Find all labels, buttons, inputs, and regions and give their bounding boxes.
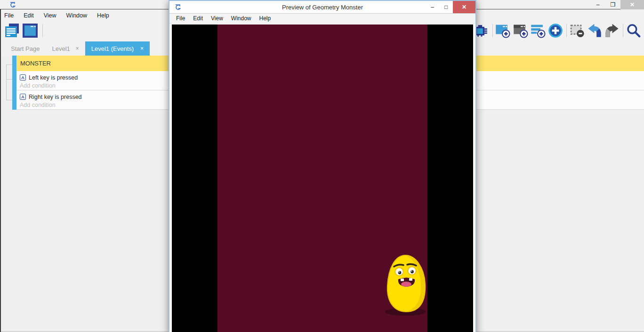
- scene-editor-icon[interactable]: [23, 23, 38, 38]
- preview-menubar: File Edit View Window Help: [169, 13, 475, 24]
- add-subevent-icon[interactable]: [513, 23, 528, 38]
- undo-icon[interactable]: [587, 23, 602, 38]
- minimize-button[interactable]: –: [426, 1, 439, 13]
- tree-line: [6, 65, 7, 100]
- preview-window-controls: – □ ✕: [426, 1, 475, 13]
- main-window-controls: – ❐ ✕: [590, 0, 644, 9]
- toolbar-separator: [566, 24, 567, 37]
- event-color-bar: [12, 56, 16, 71]
- gdevelop-logo-icon: [175, 4, 181, 10]
- add-comment-icon[interactable]: [531, 23, 546, 38]
- redo-icon[interactable]: [604, 23, 620, 38]
- preview-titlebar[interactable]: Preview of Geometry Monster – □ ✕: [169, 1, 475, 13]
- remove-frame-icon[interactable]: [570, 23, 585, 38]
- tab-label: Level1: [52, 45, 70, 52]
- toolbar-separator: [42, 24, 43, 37]
- keyboard-key-icon: A: [20, 74, 26, 81]
- add-circle-icon[interactable]: [548, 23, 563, 38]
- menu-help[interactable]: Help: [97, 12, 109, 19]
- tab-label: Start Page: [11, 45, 40, 52]
- toolbar-separator: [492, 24, 493, 37]
- menu-view[interactable]: View: [211, 15, 223, 22]
- game-canvas[interactable]: [172, 24, 473, 332]
- keyboard-key-icon: A: [20, 94, 26, 100]
- condition-text: Right key is pressed: [29, 94, 82, 100]
- window-left-border: [0, 9, 1, 332]
- menu-file[interactable]: File: [176, 15, 185, 22]
- tab-label: Level1 (Events): [91, 45, 134, 52]
- preview-window: Preview of Geometry Monster – □ ✕ File E…: [169, 0, 476, 332]
- menu-edit[interactable]: Edit: [24, 12, 34, 19]
- menu-edit[interactable]: Edit: [193, 15, 203, 22]
- minimize-button[interactable]: –: [590, 0, 605, 9]
- search-icon[interactable]: [626, 23, 641, 38]
- event-color-bar: [12, 71, 16, 90]
- menu-window[interactable]: Window: [66, 12, 87, 19]
- preview-title: Preview of Geometry Monster: [282, 4, 363, 11]
- tab-close-icon[interactable]: ×: [76, 45, 79, 52]
- condition-text: Left key is pressed: [29, 74, 78, 81]
- tab-level1-events[interactable]: Level1 (Events) ×: [85, 41, 150, 56]
- toolbar-separator: [623, 24, 623, 37]
- menu-view[interactable]: View: [44, 12, 56, 19]
- restore-button[interactable]: ❐: [605, 0, 620, 9]
- tree-line: [6, 65, 12, 65]
- maximize-button[interactable]: □: [439, 1, 453, 13]
- add-event-icon[interactable]: [495, 23, 510, 38]
- tab-level1[interactable]: Level1 ×: [46, 41, 85, 56]
- menu-help[interactable]: Help: [259, 15, 271, 22]
- tab-start-page[interactable]: Start Page: [5, 41, 46, 56]
- project-manager-icon[interactable]: [5, 23, 20, 38]
- gdevelop-logo-icon: [9, 1, 16, 8]
- menu-file[interactable]: File: [4, 12, 14, 19]
- close-button[interactable]: ✕: [620, 0, 644, 9]
- tab-close-icon[interactable]: ×: [140, 45, 144, 52]
- event-color-bar: [12, 90, 16, 110]
- monster-sprite: [384, 253, 428, 316]
- tree-line: [6, 100, 12, 100]
- tree-line: [6, 79, 12, 80]
- menu-window[interactable]: Window: [231, 15, 251, 22]
- close-button[interactable]: ✕: [453, 1, 475, 13]
